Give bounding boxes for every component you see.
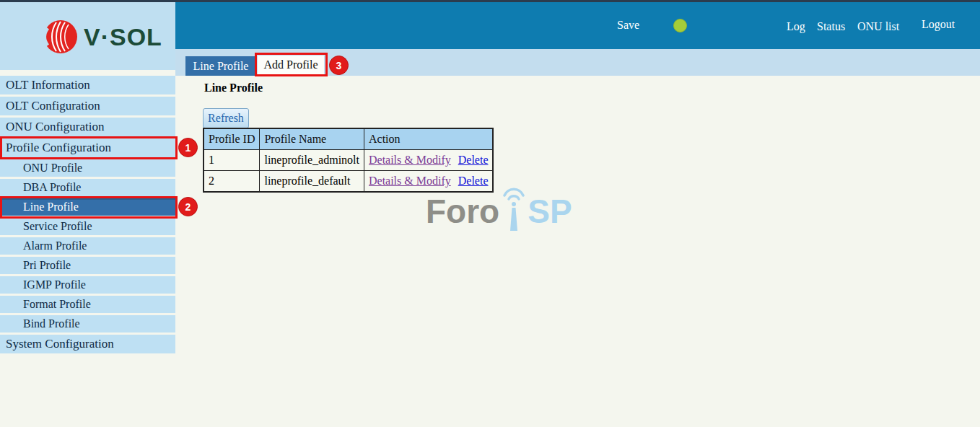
details-modify-link[interactable]: Details & Modify — [369, 154, 451, 166]
page-title: Line Profile — [204, 82, 263, 94]
vsol-logo-icon — [42, 18, 78, 56]
brand-name: V·SOL — [84, 23, 162, 51]
foroisp-watermark: Foro SP — [426, 185, 572, 228]
sidebar-item-service-profile[interactable]: Service Profile — [0, 218, 175, 235]
refresh-button[interactable]: Refresh — [203, 108, 249, 128]
sidebar-item-olt-information[interactable]: OLT Information — [0, 76, 175, 94]
sidebar-item-system-configuration[interactable]: System Configuration — [0, 335, 175, 353]
sidebar-item-olt-configuration[interactable]: OLT Configuration — [0, 97, 175, 115]
column-header-action: Action — [364, 128, 493, 150]
line-profile-table: Profile ID Profile Name Action 1 linepro… — [203, 128, 494, 193]
sidebar-item-pri-profile[interactable]: Pri Profile — [0, 257, 175, 274]
sidebar-item-onu-configuration[interactable]: ONU Configuration — [0, 118, 175, 136]
sidebar-item-igmp-profile[interactable]: IGMP Profile — [0, 276, 175, 294]
profile-id-cell: 2 — [204, 171, 260, 193]
status-indicator-dot — [673, 19, 687, 32]
logo-panel: V·SOL — [0, 2, 175, 70]
watermark-text-blue: SP — [528, 195, 572, 228]
sidebar-item-onu-profile[interactable]: ONU Profile — [0, 159, 175, 177]
sidebar-item-profile-configuration[interactable]: Profile Configuration — [0, 138, 175, 157]
onu-list-link[interactable]: ONU list — [857, 20, 899, 33]
sidebar-item-line-profile[interactable]: Line Profile — [0, 198, 175, 216]
sidebar-item-bind-profile[interactable]: Bind Profile — [0, 315, 175, 333]
sidebar-menu: OLT Information OLT Configuration ONU Co… — [0, 76, 175, 356]
profile-name-cell: lineprofile_adminolt — [260, 150, 364, 171]
page: V·SOL Save Log Status ONU list Logout Li… — [0, 0, 980, 427]
watermark-text-gray: Foro — [426, 195, 499, 228]
delete-link[interactable]: Delete — [458, 154, 489, 166]
tab-bar: Line Profile Add Profile — [175, 49, 980, 76]
tab-line-profile[interactable]: Line Profile — [185, 56, 256, 76]
tab-add-profile[interactable]: Add Profile — [258, 56, 324, 74]
table-header-row: Profile ID Profile Name Action — [204, 128, 493, 150]
log-link[interactable]: Log — [787, 20, 805, 33]
header-bar: Save Log Status ONU list Logout — [175, 2, 980, 49]
antenna-icon — [501, 185, 527, 232]
status-link[interactable]: Status — [817, 20, 845, 33]
logout-link[interactable]: Logout — [922, 18, 955, 31]
sidebar-item-dba-profile[interactable]: DBA Profile — [0, 179, 175, 196]
sidebar-item-alarm-profile[interactable]: Alarm Profile — [0, 237, 175, 255]
profile-name-cell: lineprofile_default — [260, 171, 364, 193]
sidebar-item-format-profile[interactable]: Format Profile — [0, 296, 175, 313]
annotation-badge-1: 1 — [178, 138, 198, 157]
column-header-profile-id: Profile ID — [204, 128, 260, 150]
column-header-profile-name: Profile Name — [260, 128, 364, 150]
table-row: 1 lineprofile_adminolt Details & ModifyD… — [204, 150, 493, 171]
profile-id-cell: 1 — [204, 150, 260, 171]
vsol-logo: V·SOL — [42, 18, 162, 56]
action-cell: Details & ModifyDelete — [364, 150, 493, 171]
annotation-badge-2: 2 — [178, 197, 198, 216]
annotation-badge-3: 3 — [329, 56, 349, 75]
save-button[interactable]: Save — [617, 19, 639, 32]
